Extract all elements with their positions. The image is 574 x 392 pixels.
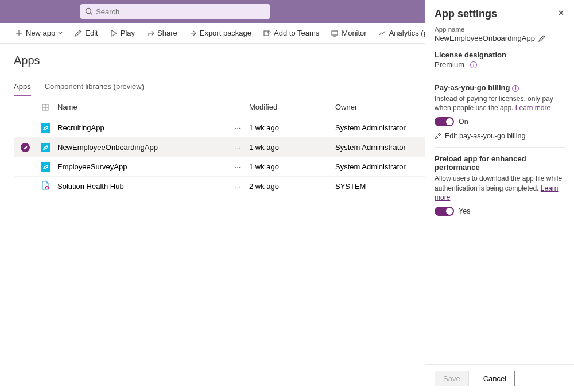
close-icon[interactable]: ✕ xyxy=(557,8,565,18)
search-box[interactable] xyxy=(80,4,270,19)
teams-icon xyxy=(263,29,271,37)
modified-cell: 1 wk ago xyxy=(249,162,335,171)
app-name-cell[interactable]: NewEmployeeOnboardingApp xyxy=(54,143,226,152)
app-icon xyxy=(41,123,50,133)
monitor-icon xyxy=(331,29,339,37)
share-icon xyxy=(146,29,154,37)
divider xyxy=(435,147,565,148)
checkmark-icon[interactable] xyxy=(21,143,30,152)
more-icon[interactable]: ··· xyxy=(226,162,249,171)
info-icon[interactable]: i xyxy=(470,61,477,68)
panel-title: App settings xyxy=(435,8,497,20)
app-settings-panel: App settings ✕ App name NewEmployeeOnboa… xyxy=(425,0,574,392)
owner-cell: SYSTEM xyxy=(335,182,427,191)
modified-cell: 1 wk ago xyxy=(249,143,335,152)
play-icon xyxy=(110,29,118,37)
owner-cell: System Administrator xyxy=(335,162,427,171)
play-button[interactable]: Play xyxy=(105,26,139,40)
edit-name-icon[interactable] xyxy=(538,35,545,42)
add-teams-button[interactable]: Add to Teams xyxy=(258,26,324,40)
svg-point-0 xyxy=(86,9,91,14)
preload-desc: Allow users to download the app file whi… xyxy=(435,174,565,202)
col-modified[interactable]: Modified xyxy=(249,103,335,111)
pencil-icon xyxy=(74,29,82,37)
payg-toggle[interactable] xyxy=(435,117,454,126)
modified-cell: 2 wk ago xyxy=(249,182,335,191)
monitor-label: Monitor xyxy=(342,29,366,37)
monitor-button[interactable]: Monitor xyxy=(326,26,371,40)
svg-marker-5 xyxy=(111,30,117,36)
view-selector-icon[interactable] xyxy=(37,103,54,111)
new-app-label: New app xyxy=(26,29,55,37)
pencil-icon xyxy=(435,133,441,139)
svg-rect-8 xyxy=(332,31,338,35)
app-name-cell[interactable]: EmployeeSurveyApp xyxy=(54,162,226,171)
share-button[interactable]: Share xyxy=(142,26,182,40)
search-icon xyxy=(85,7,92,15)
edit-button[interactable]: Edit xyxy=(69,26,102,40)
owner-cell: System Administrator xyxy=(335,143,427,152)
export-icon xyxy=(189,29,197,37)
payg-title: Pay-as-you-go billingi xyxy=(435,83,565,92)
edit-label: Edit xyxy=(85,29,98,37)
preload-state: Yes xyxy=(459,207,470,215)
more-icon[interactable]: ··· xyxy=(226,182,249,191)
svg-line-1 xyxy=(91,13,93,15)
file-icon xyxy=(41,181,50,192)
play-label: Play xyxy=(121,29,135,37)
app-name-value: NewEmployeeOnboardingApp xyxy=(435,34,535,42)
modified-cell: 1 wk ago xyxy=(249,123,335,132)
share-label: Share xyxy=(157,29,177,37)
export-button[interactable]: Export package xyxy=(184,26,256,40)
app-icon xyxy=(41,162,50,172)
save-button: Save xyxy=(435,371,469,386)
preload-toggle[interactable] xyxy=(435,207,454,216)
payg-state: On xyxy=(459,118,468,126)
tab-component-libraries[interactable]: Component libraries (preview) xyxy=(45,79,144,96)
license-label: License designation xyxy=(435,51,565,59)
app-name-label: App name xyxy=(435,26,565,33)
info-icon[interactable]: i xyxy=(512,85,519,92)
export-label: Export package xyxy=(200,29,251,37)
app-name-cell[interactable]: RecruitingApp xyxy=(54,123,226,132)
tab-apps[interactable]: Apps xyxy=(14,79,31,96)
learn-more-link[interactable]: Learn more xyxy=(515,104,550,112)
col-owner[interactable]: Owner xyxy=(335,103,427,111)
col-name[interactable]: Name xyxy=(54,103,226,111)
plus-icon xyxy=(15,29,23,37)
preload-title: Preload app for enhanced performance xyxy=(435,154,565,172)
panel-footer: Save Cancel xyxy=(425,364,574,392)
more-icon[interactable]: ··· xyxy=(226,143,249,152)
analytics-icon xyxy=(378,29,386,37)
new-app-button[interactable]: New app xyxy=(10,26,67,40)
more-icon[interactable]: ··· xyxy=(226,123,249,132)
app-icon xyxy=(41,143,50,152)
search-input[interactable] xyxy=(96,7,265,16)
edit-payg-link[interactable]: Edit pay-as-you-go billing xyxy=(435,132,565,140)
app-name-cell[interactable]: Solution Health Hub xyxy=(54,182,226,191)
divider xyxy=(435,76,565,76)
chevron-down-icon xyxy=(58,31,63,36)
teams-label: Add to Teams xyxy=(274,29,319,37)
license-value: Premium xyxy=(435,60,464,69)
cancel-button[interactable]: Cancel xyxy=(475,371,515,386)
owner-cell: System Administrator xyxy=(335,123,427,132)
payg-desc: Instead of paying for licenses, only pay… xyxy=(435,94,565,112)
